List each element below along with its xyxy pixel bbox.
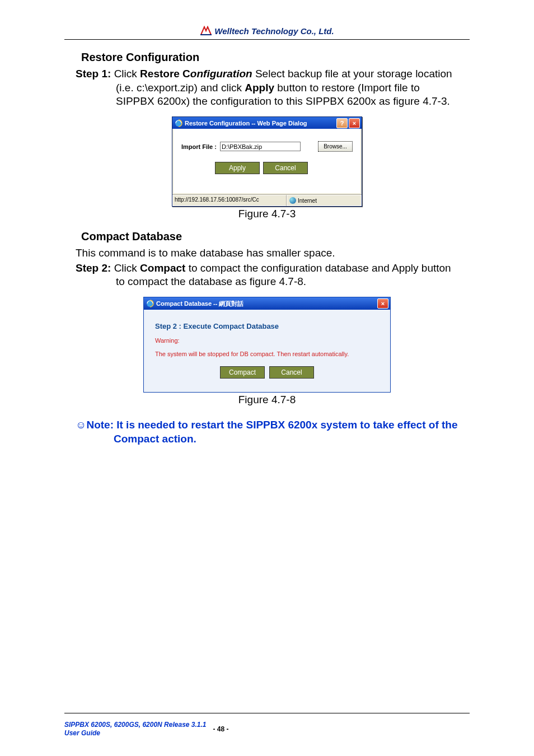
ie-icon [175, 119, 182, 127]
browse-button[interactable]: Browse... [318, 141, 353, 152]
close-button[interactable]: × [377, 298, 388, 309]
status-url: http://192.168.17.56:10087/src/Cc [172, 195, 287, 206]
page-header: Welltech Technology Co., Ltd. [64, 26, 470, 38]
import-file-label: Import File : [181, 143, 217, 150]
figure-caption-478: Figure 4.7-8 [64, 394, 470, 406]
company-logo: Welltech Technology Co., Ltd. [200, 26, 334, 36]
header-rule [64, 39, 470, 40]
restore-dialog-title: Restore Configuration -- Web Page Dialog [185, 120, 307, 127]
note-text: ☺Note: It is needed to restart the SIPPB… [76, 418, 470, 446]
compact-button[interactable]: Compact [220, 366, 265, 379]
compact-dialog-title: Compact Database -- 網頁對話 [156, 300, 243, 308]
warning-label: Warning: [155, 337, 379, 344]
company-name: Welltech Technology Co., Ltd. [214, 26, 334, 36]
compact-step-title: Step 2 : Execute Compact Database [155, 322, 379, 330]
step2-text: Step 2: Click Compact to compact the con… [76, 262, 470, 289]
step1-label: Step 1: [76, 68, 111, 80]
section-title-restore: Restore Configuration [81, 51, 470, 64]
page-number: - 48 - [213, 725, 229, 733]
status-bar: http://192.168.17.56:10087/src/Cc Intern… [172, 194, 362, 206]
smiley-icon: ☺ [76, 419, 86, 431]
warning-text: The system will be stopped for DB compac… [155, 351, 379, 357]
footer-line2: User Guide [64, 729, 207, 737]
compact-dialog-titlebar[interactable]: Compact Database -- 網頁對話 × [144, 297, 390, 310]
footer-rule [64, 713, 470, 713]
compact-desc: This command is to make database has sma… [76, 246, 470, 260]
import-file-input[interactable] [220, 142, 301, 151]
status-zone: Internet [287, 195, 362, 206]
logo-icon [200, 26, 212, 36]
cancel-button[interactable]: Cancel [269, 366, 314, 379]
help-button[interactable]: ? [336, 118, 348, 128]
step1-text: Step 1: Click Restore Configuration Sele… [76, 67, 470, 109]
section-title-compact: Compact Database [81, 230, 470, 243]
restore-dialog-titlebar[interactable]: Restore Configuration -- Web Page Dialog… [172, 117, 362, 129]
step2-label: Step 2: [76, 262, 111, 274]
compact-dialog: Compact Database -- 網頁對話 × Step 2 : Exec… [143, 297, 391, 393]
page-footer: SIPPBX 6200S, 6200GS, 6200N Release 3.1.… [64, 721, 470, 737]
globe-icon [289, 197, 296, 204]
footer-line1: SIPPBX 6200S, 6200GS, 6200N Release 3.1.… [64, 721, 207, 729]
restore-dialog: Restore Configuration -- Web Page Dialog… [172, 116, 362, 207]
figure-caption-473: Figure 4.7-3 [64, 208, 470, 220]
close-button[interactable]: × [349, 118, 360, 128]
ie-icon [146, 300, 154, 307]
apply-button[interactable]: Apply [215, 162, 260, 174]
cancel-button[interactable]: Cancel [263, 162, 308, 174]
